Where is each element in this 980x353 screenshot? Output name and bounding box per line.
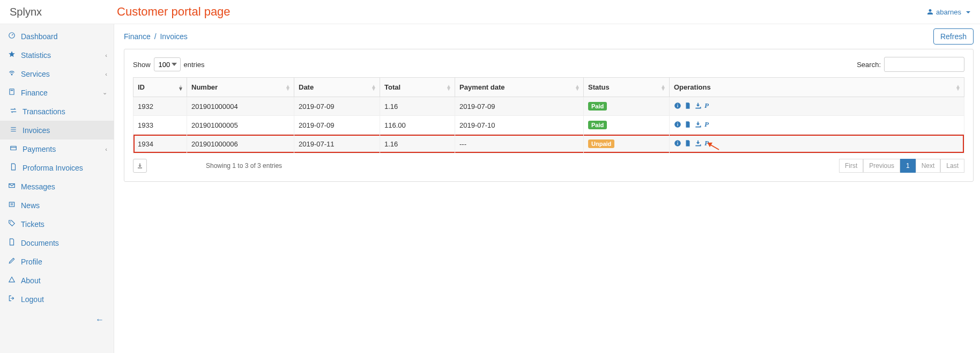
sidebar-item-label: Statistics	[21, 51, 51, 60]
sidebar-item-news[interactable]: News	[0, 196, 114, 215]
cell-number: 201901000004	[187, 97, 294, 116]
chevron-down-icon: ⌄	[102, 89, 107, 96]
file-alt-icon	[10, 163, 17, 172]
sidebar-item-services[interactable]: Services ‹	[0, 64, 114, 83]
paypal-icon[interactable]: P	[704, 139, 709, 148]
sidebar-item-label: Transactions	[23, 107, 65, 116]
main-content: Finance / Invoices Refresh Show 100 entr…	[114, 24, 980, 353]
col-total[interactable]: Total▲▼	[380, 78, 455, 97]
sidebar-item-payments[interactable]: Payments ‹	[0, 139, 114, 158]
newspaper-icon	[8, 201, 16, 210]
sidebar-item-label: News	[21, 201, 40, 210]
sidebar-item-tickets[interactable]: Tickets	[0, 215, 114, 233]
cell-date: 2019-07-09	[294, 97, 380, 116]
sidebar-item-label: Logout	[21, 295, 44, 304]
annotation-arrow	[709, 143, 723, 151]
cell-number: 201901000005	[187, 116, 294, 135]
export-button[interactable]	[133, 159, 147, 173]
page-length-select[interactable]: 100	[154, 57, 181, 71]
cell-date: 2019-07-11	[294, 135, 380, 153]
svg-rect-13	[677, 123, 678, 123]
cell-total: 1.16	[380, 97, 455, 116]
sidebar-item-label: Proforma Invoices	[23, 164, 83, 172]
exchange-icon	[10, 107, 17, 116]
cell-total: 1.16	[380, 135, 455, 153]
sidebar-item-logout[interactable]: Logout	[0, 290, 114, 308]
cell-operations: P	[670, 97, 964, 116]
dashboard-icon	[8, 32, 16, 41]
col-id[interactable]: ID▲▼	[133, 78, 187, 97]
envelope-icon	[8, 182, 16, 191]
download-icon[interactable]	[694, 139, 702, 147]
cell-operations: P	[670, 116, 964, 135]
user-name: abarnes	[936, 8, 961, 16]
sidebar-item-dashboard[interactable]: Dashboard	[0, 27, 114, 46]
chevron-left-icon: ‹	[105, 71, 107, 77]
sidebar-item-label: Profile	[21, 258, 42, 266]
list-icon	[10, 126, 17, 135]
col-number[interactable]: Number▲▼	[187, 78, 294, 97]
svg-rect-10	[677, 104, 678, 105]
col-operations: Operations▲▼	[670, 78, 964, 97]
sidebar-item-documents[interactable]: Documents	[0, 233, 114, 252]
info-icon[interactable]	[674, 121, 681, 128]
table-row: 19342019010000062019-07-111.16---UnpaidP	[133, 135, 964, 153]
paypal-icon[interactable]: P	[704, 120, 709, 129]
creditcard-icon	[10, 144, 17, 153]
user-menu[interactable]: abarnes	[927, 8, 970, 16]
svg-rect-12	[677, 124, 678, 126]
sidebar-item-finance[interactable]: Finance ⌄	[0, 83, 114, 102]
sidebar-item-label: Payments	[23, 145, 56, 153]
download-icon[interactable]	[694, 102, 702, 109]
cell-id: 1933	[133, 116, 187, 135]
invoices-table: ID▲▼ Number▲▼ Date▲▼ Total▲▼ Payment dat…	[133, 77, 964, 153]
pager-first[interactable]: First	[839, 159, 863, 173]
pager-next[interactable]: Next	[916, 159, 941, 173]
info-icon[interactable]	[674, 139, 681, 147]
length-prefix: Show	[133, 61, 151, 69]
sidebar-item-label: Messages	[21, 182, 55, 191]
cell-id: 1932	[133, 97, 187, 116]
search-input[interactable]	[884, 57, 964, 72]
info-icon[interactable]	[674, 102, 681, 109]
status-badge: Unpaid	[588, 139, 614, 148]
star-icon	[8, 50, 16, 60]
sidebar-item-invoices[interactable]: Invoices	[0, 121, 114, 139]
sidebar: Dashboard Statistics ‹ Services ‹ Financ…	[0, 24, 114, 353]
svg-point-1	[11, 74, 12, 75]
collapse-sidebar-button[interactable]: ←	[95, 315, 104, 324]
cell-total: 116.00	[380, 116, 455, 135]
wifi-icon	[8, 69, 16, 78]
col-status[interactable]: Status▲▼	[584, 78, 670, 97]
svg-rect-16	[677, 142, 678, 142]
col-date[interactable]: Date▲▼	[294, 78, 380, 97]
sidebar-item-proforma[interactable]: Proforma Invoices	[0, 158, 114, 177]
col-payment-date[interactable]: Payment date▲▼	[455, 78, 584, 97]
refresh-button[interactable]: Refresh	[933, 28, 974, 45]
breadcrumb-link-finance[interactable]: Finance	[124, 32, 151, 41]
status-badge: Paid	[588, 102, 607, 111]
file-icon[interactable]	[684, 121, 692, 128]
cell-status: Unpaid	[584, 135, 670, 153]
sidebar-item-messages[interactable]: Messages	[0, 177, 114, 196]
file-icon[interactable]	[684, 102, 692, 109]
sidebar-item-profile[interactable]: Profile	[0, 252, 114, 271]
sidebar-item-label: About	[21, 276, 41, 285]
sidebar-item-statistics[interactable]: Statistics ‹	[0, 46, 114, 64]
search-label: Search:	[857, 61, 881, 69]
sidebar-item-about[interactable]: About	[0, 271, 114, 290]
sidebar-item-transactions[interactable]: Transactions	[0, 102, 114, 121]
breadcrumb-link-invoices[interactable]: Invoices	[160, 32, 187, 41]
sidebar-item-label: Documents	[21, 239, 59, 247]
download-icon[interactable]	[694, 121, 702, 128]
pager-last[interactable]: Last	[940, 159, 964, 173]
svg-rect-15	[677, 143, 678, 145]
cell-payment-date: ---	[455, 135, 584, 153]
file-icon[interactable]	[684, 139, 692, 147]
table-row: 19322019010000042019-07-091.162019-07-09…	[133, 97, 964, 116]
paypal-icon[interactable]: P	[704, 101, 709, 110]
pager-previous[interactable]: Previous	[863, 159, 900, 173]
cell-number: 201901000006	[187, 135, 294, 153]
sidebar-item-label: Finance	[21, 89, 48, 97]
pager-page-1[interactable]: 1	[900, 159, 916, 173]
